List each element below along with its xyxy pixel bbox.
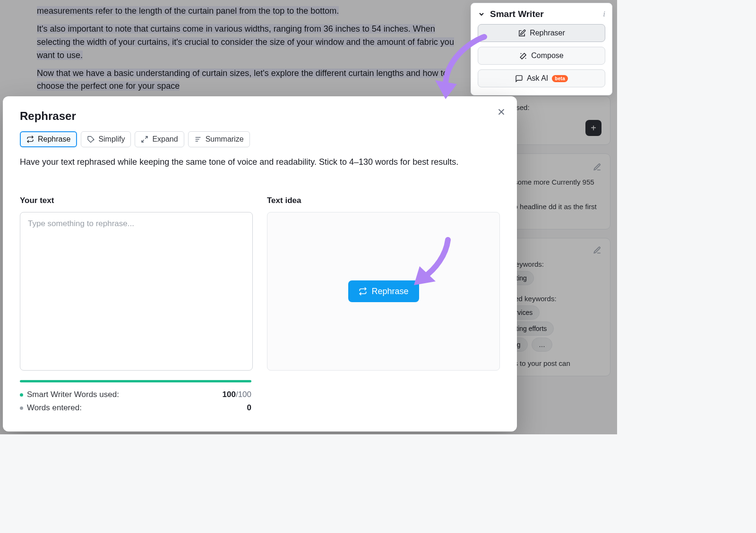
ask-ai-label: Ask AI bbox=[527, 74, 548, 83]
text-idea-label: Text idea bbox=[267, 196, 500, 205]
meter-words-used-max: /100 bbox=[236, 390, 251, 399]
simplify-icon bbox=[87, 135, 94, 143]
text-idea-column: Text idea Rephrase bbox=[267, 196, 500, 415]
dot-green-icon bbox=[20, 393, 23, 397]
keyword-chip[interactable]: … bbox=[532, 338, 552, 352]
text-idea-output: Rephrase bbox=[267, 212, 500, 371]
rephrase-icon bbox=[358, 287, 367, 296]
your-text-input[interactable] bbox=[20, 212, 253, 371]
tab-rephrase-label: Rephrase bbox=[38, 135, 70, 144]
article-p1: measurements refer to the length of the … bbox=[37, 6, 339, 16]
smart-writer-title: Smart Writer bbox=[490, 9, 544, 19]
meter-words-used-label: Smart Writer Words used: bbox=[27, 390, 119, 399]
tab-expand-label: Expand bbox=[152, 135, 178, 144]
rephraser-option[interactable]: Rephraser bbox=[478, 24, 605, 42]
modal-description: Have your text rephrased while keeping t… bbox=[20, 156, 500, 169]
modal-title: Rephraser bbox=[20, 110, 500, 123]
article-p2: It's also important to note that curtain… bbox=[37, 24, 454, 60]
your-text-label: Your text bbox=[20, 196, 253, 205]
close-button[interactable] bbox=[494, 105, 508, 119]
svg-line-3 bbox=[142, 140, 144, 142]
tab-simplify[interactable]: Simplify bbox=[81, 131, 131, 147]
dot-grey-icon bbox=[20, 406, 23, 410]
info-icon[interactable]: i bbox=[603, 9, 605, 19]
expand-icon bbox=[141, 135, 148, 143]
rephraser-modal: Rephraser Rephrase Simplify Expand Summa… bbox=[3, 96, 517, 431]
edit-icon bbox=[518, 29, 526, 37]
beta-badge: beta bbox=[552, 75, 568, 82]
compose-option[interactable]: Compose bbox=[478, 47, 605, 65]
usage-meter: Smart Writer Words used: 100/100 Words e… bbox=[20, 380, 253, 415]
summarize-icon bbox=[194, 135, 202, 143]
article-p3: Now that we have a basic understanding o… bbox=[37, 68, 448, 91]
meter-bar bbox=[20, 380, 251, 382]
wand-icon bbox=[519, 52, 527, 60]
rephrase-icon bbox=[26, 135, 34, 143]
article-body: measurements refer to the length of the … bbox=[28, 0, 468, 93]
rephrase-button-label: Rephrase bbox=[371, 287, 408, 296]
pencil-icon[interactable] bbox=[593, 163, 601, 171]
chevron-down-icon[interactable] bbox=[478, 10, 485, 18]
meter-words-used-value: 100 bbox=[223, 390, 236, 399]
chat-icon bbox=[515, 75, 523, 83]
compose-label: Compose bbox=[531, 51, 563, 60]
pencil-icon[interactable] bbox=[593, 246, 601, 254]
svg-line-2 bbox=[146, 136, 148, 139]
tab-rephrase[interactable]: Rephrase bbox=[20, 131, 77, 147]
tab-summarize[interactable]: Summarize bbox=[188, 131, 250, 147]
mode-tabs: Rephrase Simplify Expand Summarize bbox=[20, 131, 500, 147]
rephrase-button[interactable]: Rephrase bbox=[348, 280, 419, 302]
tab-simplify-label: Simplify bbox=[98, 135, 125, 144]
your-text-column: Your text Smart Writer Words used: 100/1… bbox=[20, 196, 253, 415]
rephraser-label: Rephraser bbox=[530, 29, 565, 37]
tab-expand[interactable]: Expand bbox=[135, 131, 184, 147]
tab-summarize-label: Summarize bbox=[206, 135, 244, 144]
meter-words-entered-label: Words entered: bbox=[27, 403, 82, 413]
add-words-button[interactable]: + bbox=[585, 120, 601, 136]
smart-writer-panel: Smart Writer i Rephraser Compose Ask AI … bbox=[471, 3, 612, 95]
meter-words-entered-value: 0 bbox=[247, 403, 251, 412]
ask-ai-option[interactable]: Ask AI beta bbox=[478, 69, 605, 87]
